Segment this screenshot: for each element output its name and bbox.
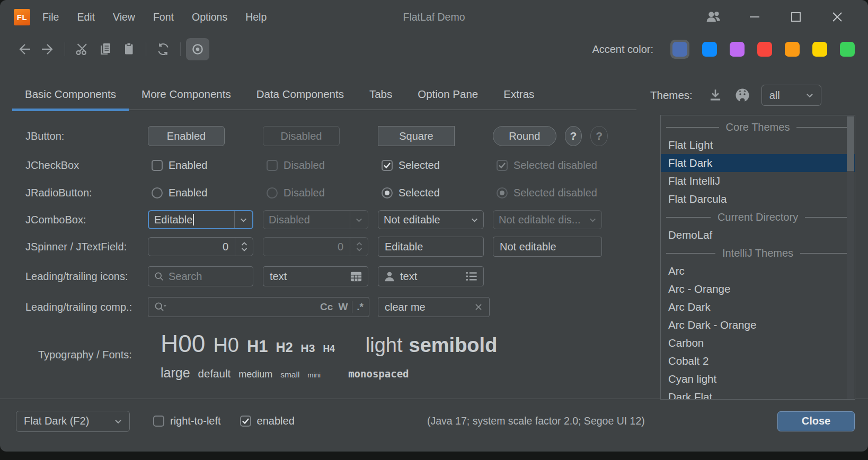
spinner-value[interactable]: 0 [148, 238, 235, 256]
tab-option-pane[interactable]: Option Pane [405, 79, 491, 111]
chevron-down-icon[interactable] [466, 211, 483, 229]
theme-item-arc-dark[interactable]: Arc Dark [661, 298, 855, 316]
scrollbar-track[interactable] [847, 116, 854, 400]
scrollbar-thumb[interactable] [847, 116, 854, 171]
checkbox[interactable] [153, 416, 164, 427]
back-icon[interactable] [13, 38, 36, 60]
accent-swatch-6[interactable] [840, 42, 855, 57]
tab-extras[interactable]: Extras [491, 79, 547, 111]
checkbox-checked[interactable] [240, 416, 251, 427]
accent-swatch-0[interactable] [672, 42, 687, 57]
theme-item-flat-intellij[interactable]: Flat IntelliJ [661, 172, 855, 190]
radio-enabled[interactable]: Enabled [148, 187, 263, 199]
refresh-icon[interactable] [152, 38, 175, 60]
toolbar-separator [65, 42, 65, 56]
menu-edit[interactable]: Edit [68, 0, 104, 34]
paste-icon[interactable] [117, 38, 140, 60]
help-button[interactable]: ? [565, 126, 582, 146]
checkbox-selected[interactable]: Selected [378, 159, 493, 172]
radio-selected[interactable]: Selected [378, 187, 493, 199]
theme-item-arc[interactable]: Arc [661, 262, 855, 280]
theme-item-arc-dark-orange[interactable]: Arc Dark - Orange [661, 316, 855, 334]
clear-x-icon[interactable] [474, 303, 483, 311]
combobox-editable[interactable]: Editable [148, 210, 253, 229]
radio[interactable] [152, 187, 163, 199]
h0-sample: H0 [213, 334, 239, 357]
tab-tabs[interactable]: Tabs [357, 79, 405, 111]
menu-file[interactable]: File [33, 0, 68, 34]
whole-word-button[interactable]: W [338, 301, 348, 313]
tab-data-components[interactable]: Data Components [244, 79, 357, 111]
spinner-arrows-icon[interactable] [235, 238, 253, 256]
close-window-button[interactable] [825, 5, 850, 29]
round-button[interactable]: Round [493, 126, 556, 146]
themes-filter-combo[interactable]: all [761, 85, 821, 106]
github-icon[interactable] [734, 87, 751, 104]
theme-item-demolaf[interactable]: DemoLaf [661, 226, 855, 244]
list-icon[interactable] [465, 270, 478, 282]
download-icon[interactable] [707, 87, 723, 103]
match-case-button[interactable]: Cc [320, 301, 333, 313]
enabled-button[interactable]: Enabled [148, 126, 225, 146]
textfield-editable[interactable]: Editable [378, 237, 484, 257]
checkbox[interactable] [152, 160, 163, 171]
tab-basic-components[interactable]: Basic Components [12, 79, 129, 111]
textfield-with-calendar[interactable]: text [263, 266, 368, 286]
theme-item-flat-light[interactable]: Flat Light [661, 136, 855, 154]
checkbox-enabled[interactable]: Enabled [148, 159, 263, 172]
h3-sample: H3 [301, 342, 315, 355]
accent-swatch-3[interactable] [757, 42, 772, 57]
checkbox [267, 160, 278, 171]
accent-swatch-selected-wrap[interactable] [670, 40, 689, 59]
theme-item-arc-orange[interactable]: Arc - Orange [661, 280, 855, 298]
regex-button[interactable]: .* [357, 301, 364, 313]
checkbox-checked [497, 160, 508, 171]
tab-more-components[interactable]: More Components [129, 79, 244, 111]
copy-icon[interactable] [94, 38, 117, 60]
square-button[interactable]: Square [378, 126, 455, 146]
content: JButton: Enabled Disabled Square Round ?… [0, 111, 868, 399]
calendar-icon[interactable] [350, 270, 362, 282]
accent-swatch-1[interactable] [702, 42, 717, 57]
spinner[interactable]: 0 [148, 237, 253, 256]
close-button[interactable]: Close [777, 411, 855, 431]
theme-item-cyan-light[interactable]: Cyan light [661, 370, 855, 388]
radio-selected-dot[interactable] [382, 187, 393, 199]
theme-item-flat-darcula[interactable]: Flat Darcula [661, 190, 855, 208]
accent-swatch-2[interactable] [730, 42, 745, 57]
minimize-button[interactable] [742, 5, 767, 29]
clearable-input[interactable]: clear me [378, 297, 490, 317]
search-input[interactable]: Search [148, 266, 253, 286]
combobox-not-editable-disabled: Not editable dis... [493, 210, 602, 229]
theme-item-dark-flat[interactable]: Dark Flat [661, 388, 855, 400]
cut-icon[interactable] [70, 38, 94, 60]
toolbar: Accent color: [0, 34, 868, 65]
menu-view[interactable]: View [104, 0, 144, 34]
themes-list[interactable]: Core ThemesFlat LightFlat DarkFlat Intel… [660, 115, 855, 400]
menu-help[interactable]: Help [236, 0, 276, 34]
maximize-button[interactable] [783, 5, 809, 29]
themes-filter-value: all [769, 89, 780, 102]
checkbox-text: Enabled [169, 159, 207, 172]
theme-item-cobalt-2[interactable]: Cobalt 2 [661, 352, 855, 370]
chevron-down-icon[interactable] [234, 211, 252, 228]
checkbox-checked[interactable] [382, 160, 393, 171]
menu-font[interactable]: Font [144, 0, 183, 34]
menu-options[interactable]: Options [183, 0, 236, 34]
enabled-checkbox[interactable]: enabled [240, 415, 295, 427]
combobox-not-editable[interactable]: Not editable [378, 210, 484, 229]
textfield-with-person[interactable]: text [378, 266, 484, 286]
theme-item-carbon[interactable]: Carbon [661, 334, 855, 352]
forward-icon[interactable] [36, 38, 59, 60]
spinner-arrows-icon [350, 238, 368, 256]
accent-swatch-4[interactable] [785, 42, 800, 57]
show-hidden-eye-icon[interactable] [186, 38, 209, 60]
theme-item-flat-dark[interactable]: Flat Dark [661, 154, 855, 172]
accent-swatch-5[interactable] [812, 42, 827, 57]
users-icon[interactable] [701, 5, 726, 29]
themes-header: Themes: all [650, 79, 821, 111]
lnf-combo[interactable]: Flat Dark (F2) [16, 411, 130, 432]
rtl-checkbox[interactable]: right-to-left [153, 415, 221, 427]
search-dropdown-icon[interactable] [154, 301, 167, 313]
search-with-options-input[interactable]: Cc W .* [148, 297, 369, 317]
